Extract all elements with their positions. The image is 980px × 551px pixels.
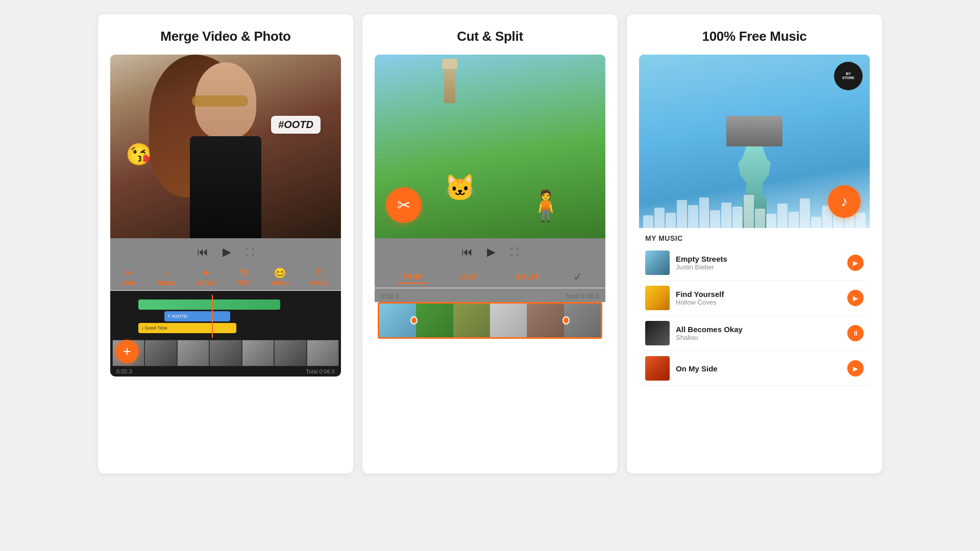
emoji-label: EMOJI (272, 281, 289, 286)
wave-14 (789, 212, 799, 228)
emoji-icon: 😊 (274, 267, 286, 279)
speed-icon: ⏱ (314, 267, 324, 279)
playback-controls-1: ⏮ ▶ ⛶ (110, 238, 341, 263)
panel3-photo: BY STORE ♪ (639, 55, 870, 228)
music-section-title: MY MUSIC (643, 228, 866, 245)
song1-artist: Justin Bieber (676, 263, 841, 271)
wave-12 (766, 214, 776, 228)
wave-4 (677, 200, 687, 228)
music-list: Empty Streets Justin Bieber ▶ Find Yours… (643, 245, 866, 386)
song2-play-button[interactable]: ▶ (847, 290, 864, 306)
timeline-time-1: 0:02.3 Total 0:06.5 (112, 366, 339, 374)
editor-toolbar-1: ✂ TRIM ♪ MUSIC ✦ FILTER Tt TEXT 😊 EMO (110, 263, 341, 291)
timeline-area-1: T #OOTD ♪ Good Time + (110, 291, 341, 377)
panel1-screenshot: #OOTD 😘 ⏮ ▶ ⛶ ✂ TRIM ♪ MUSIC (110, 55, 341, 377)
music-item-2[interactable]: Find Yourself Hollow Coves ▶ (643, 281, 866, 316)
video-track (138, 299, 280, 310)
confirm-icon[interactable]: ✓ (573, 270, 582, 284)
tab-trim[interactable]: TRIM (398, 270, 427, 284)
music-item-4[interactable]: On My Side ▶ (643, 351, 866, 386)
panel-music: 100% Free Music (627, 14, 882, 473)
song1-title: Empty Streets (676, 255, 841, 263)
tool-text[interactable]: Tt TEXT (236, 268, 251, 286)
timeline-info-2: 0:02.3 Total 0:06.5 (375, 288, 605, 302)
music-note-button[interactable]: ♪ (828, 185, 861, 218)
text-track: T #OOTD (164, 311, 230, 321)
thumb-4 (209, 340, 241, 366)
panel-merge: Merge Video & Photo #OOTD 😘 ⏮ ▶ (98, 14, 353, 473)
thumb-2 (144, 340, 177, 366)
text-icon: Tt (239, 268, 248, 279)
wave-15 (800, 198, 810, 228)
music-item-3[interactable]: All Becomes Okay Shallou ⏸ (643, 316, 866, 351)
video-strip-2 (378, 302, 602, 339)
panel2-screenshot: 🐱 🧍 ✂ ⏮ ▶ ⛶ TRIM CUT SPLIT ✓ 0:02 (375, 55, 605, 345)
song1-info: Empty Streets Justin Bieber (676, 255, 841, 271)
tool-emoji[interactable]: 😊 EMOJI (272, 267, 289, 286)
song3-artist: Shallou (676, 334, 841, 341)
panel3-screenshot: BY STORE ♪ MY MUSIC Empty Streets Justin… (639, 55, 870, 386)
wave-16 (811, 217, 821, 228)
wave-1 (643, 215, 653, 228)
music-item-1[interactable]: Empty Streets Justin Bieber ▶ (643, 245, 866, 281)
trim-icon: ✂ (125, 267, 134, 279)
hashtag-overlay: #OOTD (271, 116, 321, 134)
tool-trim[interactable]: ✂ TRIM (123, 267, 136, 286)
song4-title: On My Side (676, 364, 841, 373)
cat-emoji: 🐱 (444, 173, 476, 203)
tab-split[interactable]: SPLIT (511, 270, 544, 283)
song3-play-button[interactable]: ⏸ (847, 325, 864, 341)
thumb-5 (242, 340, 274, 366)
song2-thumb (645, 286, 670, 310)
thumb-3 (177, 340, 209, 366)
wave-9 (732, 207, 743, 228)
panel-cut: Cut & Split 🐱 🧍 ✂ ⏮ ▶ ⛶ (362, 14, 618, 473)
play-icon-2[interactable]: ▶ (487, 245, 496, 259)
song2-title: Find Yourself (676, 290, 841, 298)
tool-speed[interactable]: ⏱ SPEED (310, 267, 328, 286)
thumbnail-strip-wrapper: + (112, 340, 339, 366)
tab-cut[interactable]: CUT (456, 270, 482, 283)
music-track: ♪ Good Time (138, 323, 237, 333)
wave-20 (855, 213, 866, 228)
wave-8 (721, 203, 731, 228)
person-figure: 🧍 (527, 188, 564, 223)
filter-icon: ✦ (202, 267, 210, 279)
badge-text-line2: STORE (842, 76, 854, 80)
time-current-2: 0:02.3 (381, 292, 399, 300)
tool-filter[interactable]: ✦ FILTER (196, 267, 215, 286)
music-label: MUSIC (157, 281, 175, 286)
add-media-button[interactable]: + (115, 340, 139, 363)
song1-play-button[interactable]: ▶ (847, 255, 864, 271)
statue-pedestal (726, 116, 782, 146)
tool-music[interactable]: ♪ MUSIC (157, 267, 175, 286)
strip-2 (416, 304, 453, 337)
wave-5 (688, 205, 698, 228)
skip-back-icon-1[interactable]: ⏮ (197, 245, 208, 259)
skip-back-icon-2[interactable]: ⏮ (461, 245, 473, 259)
music-list-container: MY MUSIC Empty Streets Justin Bieber ▶ (639, 228, 870, 386)
song1-thumb (645, 251, 670, 275)
panel2-title: Cut & Split (457, 29, 523, 44)
song4-thumb (645, 356, 670, 381)
song3-title: All Becomes Okay (676, 325, 841, 334)
wave-11 (755, 209, 765, 228)
strip-4 (490, 304, 527, 337)
body-shape (190, 136, 261, 238)
wave-6 (699, 197, 709, 228)
time-current-1: 0:02.3 (116, 368, 132, 374)
strip-marker-right (562, 304, 570, 337)
playback-controls-2: ⏮ ▶ ⛶ (375, 238, 605, 263)
song3-info: All Becomes Okay Shallou (676, 325, 841, 341)
thumb-7 (307, 340, 339, 366)
expand-icon-2[interactable]: ⛶ (510, 247, 519, 258)
cut-tabs: TRIM CUT SPLIT ✓ (375, 263, 605, 288)
panel3-title: 100% Free Music (702, 29, 806, 44)
song4-play-button[interactable]: ▶ (847, 360, 864, 377)
song3-thumb (645, 321, 670, 345)
strip-3 (453, 304, 490, 337)
wave-2 (654, 208, 665, 228)
scissors-button[interactable]: ✂ (386, 187, 422, 223)
play-icon-1[interactable]: ▶ (223, 245, 231, 259)
expand-icon-1[interactable]: ⛶ (246, 247, 255, 258)
